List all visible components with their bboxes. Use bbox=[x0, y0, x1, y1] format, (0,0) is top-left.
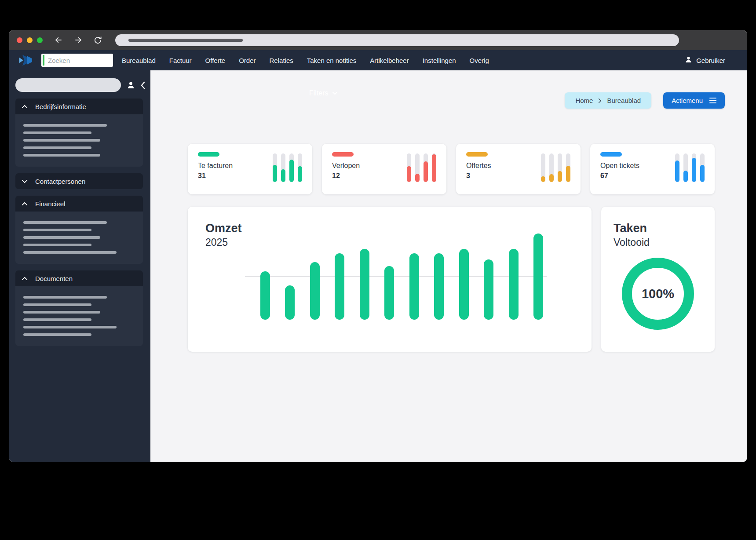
sidebar: Bedrijfsinformatie Contactpersonen Finan… bbox=[9, 70, 150, 462]
mini-bar-track bbox=[541, 153, 545, 182]
address-bar[interactable] bbox=[115, 34, 679, 46]
placeholder-line bbox=[23, 154, 100, 157]
status-pill bbox=[332, 152, 354, 157]
section-header-documenten[interactable]: Documenten bbox=[15, 270, 143, 286]
mini-bar-track bbox=[273, 153, 277, 182]
sidebar-section-financieel: Financieel bbox=[15, 196, 143, 264]
mini-bar-fill bbox=[683, 171, 688, 182]
status-pill bbox=[198, 152, 219, 157]
stat-label: Te facturen bbox=[198, 162, 233, 170]
chevron-down-icon bbox=[22, 179, 28, 183]
section-header-financieel[interactable]: Financieel bbox=[15, 196, 143, 212]
mini-bar-track bbox=[289, 153, 294, 182]
omzet-bars bbox=[260, 234, 543, 320]
placeholder-line bbox=[23, 124, 107, 127]
section-label: Financieel bbox=[35, 200, 65, 208]
mini-bar-track bbox=[549, 153, 554, 182]
revenue-bar bbox=[384, 266, 394, 320]
nav-item-artikelbeheer[interactable]: Artikelbeheer bbox=[370, 57, 409, 64]
filters-label: Filters bbox=[309, 89, 329, 97]
mini-bar-fill bbox=[541, 176, 545, 182]
breadcrumb: Home Bureaublad bbox=[565, 92, 651, 109]
stat-label: Verlopen bbox=[332, 162, 360, 170]
placeholder-line bbox=[23, 229, 91, 231]
placeholder-line bbox=[23, 311, 100, 314]
nav-item-instellingen[interactable]: Instellingen bbox=[423, 57, 456, 64]
chevron-up-icon bbox=[22, 277, 28, 281]
breadcrumb-current[interactable]: Bureaublad bbox=[607, 97, 641, 104]
section-header-contactpersonen[interactable]: Contactpersonen bbox=[15, 173, 143, 189]
revenue-bar bbox=[285, 285, 295, 320]
user-menu[interactable]: Gebruiker bbox=[685, 56, 725, 65]
filters-dropdown[interactable]: Filters bbox=[309, 89, 338, 97]
nav-item-taken-en-notities[interactable]: Taken en notities bbox=[307, 57, 357, 64]
mini-bar-fill bbox=[281, 169, 285, 182]
sidebar-search-input[interactable] bbox=[15, 78, 121, 92]
revenue-bar-chart bbox=[260, 234, 543, 320]
section-header-bedrijfsinformatie[interactable]: Bedrijfsinformatie bbox=[15, 99, 143, 114]
mini-bar-track bbox=[566, 153, 570, 182]
hamburger-icon bbox=[709, 98, 716, 103]
tasks-donut-chart: 100% bbox=[622, 258, 694, 330]
action-menu-button[interactable]: Actiemenu bbox=[663, 92, 725, 109]
placeholder-line bbox=[23, 333, 91, 336]
mini-bar-track bbox=[407, 153, 411, 182]
collapse-sidebar-icon[interactable] bbox=[141, 81, 146, 89]
reload-icon[interactable] bbox=[94, 36, 102, 44]
nav-item-factuur[interactable]: Factuur bbox=[169, 57, 192, 64]
sidebar-section-documenten: Documenten bbox=[15, 270, 143, 346]
stat-value: 67 bbox=[600, 172, 639, 180]
mini-bar-chart bbox=[407, 153, 436, 182]
global-search bbox=[41, 54, 113, 67]
minimize-window-button[interactable] bbox=[27, 37, 33, 43]
mini-bar-chart bbox=[273, 153, 302, 182]
action-menu-label: Actiemenu bbox=[672, 97, 703, 104]
mini-bar-chart bbox=[541, 153, 570, 182]
stat-value: 3 bbox=[466, 172, 491, 180]
nav-item-overig[interactable]: Overig bbox=[470, 57, 489, 64]
mini-bar-fill bbox=[549, 174, 554, 182]
browser-chrome bbox=[9, 30, 747, 50]
stat-card-open-tickets: Open tickets 67 bbox=[590, 144, 715, 194]
revenue-bar bbox=[434, 253, 444, 320]
url-placeholder bbox=[128, 39, 243, 42]
nav-item-bureaublad[interactable]: Bureaublad bbox=[122, 57, 156, 64]
stat-card-offertes: Offertes 3 bbox=[456, 144, 581, 194]
placeholder-line bbox=[23, 251, 117, 254]
revenue-bar bbox=[310, 262, 320, 320]
chevron-up-icon bbox=[22, 105, 28, 109]
section-body bbox=[15, 286, 143, 346]
placeholder-line bbox=[23, 236, 100, 239]
placeholder-line bbox=[23, 146, 91, 149]
window-controls bbox=[17, 37, 43, 43]
revenue-bar bbox=[260, 271, 270, 320]
mini-bar-track bbox=[281, 153, 285, 182]
breadcrumb-home[interactable]: Home bbox=[575, 97, 593, 104]
mini-bar-fill bbox=[692, 158, 696, 182]
search-input[interactable] bbox=[44, 57, 113, 64]
nav-item-order[interactable]: Order bbox=[239, 57, 256, 64]
placeholder-line bbox=[23, 303, 91, 306]
forward-icon[interactable] bbox=[74, 36, 83, 44]
sidebar-section-contactpersonen: Contactpersonen bbox=[15, 173, 143, 189]
sidebar-section-bedrijfsinformatie: Bedrijfsinformatie bbox=[15, 99, 143, 167]
back-icon[interactable] bbox=[54, 36, 63, 44]
app-logo[interactable] bbox=[18, 53, 34, 67]
stat-value: 31 bbox=[198, 172, 233, 180]
maximize-window-button[interactable] bbox=[37, 37, 43, 43]
section-body bbox=[15, 114, 143, 167]
tasks-card-title: Taken bbox=[614, 222, 702, 235]
mini-bar-track bbox=[298, 153, 302, 182]
mini-bar-track bbox=[675, 153, 679, 182]
close-window-button[interactable] bbox=[17, 37, 22, 43]
stat-label: Open tickets bbox=[600, 162, 639, 170]
nav-item-offerte[interactable]: Offerte bbox=[205, 57, 226, 64]
nav-item-relaties[interactable]: Relaties bbox=[270, 57, 293, 64]
placeholder-line bbox=[23, 221, 107, 224]
status-pill bbox=[466, 152, 488, 157]
mini-bar-fill bbox=[675, 161, 679, 182]
stat-value: 12 bbox=[332, 172, 360, 180]
mini-bar-track bbox=[424, 153, 428, 182]
mini-bar-track bbox=[432, 153, 436, 182]
contact-person-icon[interactable] bbox=[127, 81, 135, 89]
